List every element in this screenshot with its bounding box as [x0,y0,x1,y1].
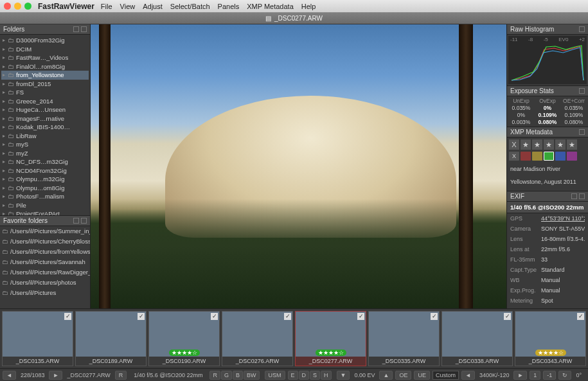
nav-prev-button[interactable]: ◄ [3,371,16,380]
check-icon[interactable]: ✓ [431,313,438,320]
folder-item[interactable]: ▸🗀from_Yellowstone [1,71,89,80]
folder-item[interactable]: ▸🗀fromDl_2015 [1,80,89,89]
filmstrip[interactable]: ✓_DSC0135.ARW✓_DSC0189.ARW✓★★★★☆_DSC0190… [0,308,588,368]
thumbnail[interactable]: ✓_DSC0335.ARW [368,311,440,366]
folder-item[interactable]: ▸🗀Kodak_IBIS-1400… [1,123,89,132]
wb-next-button[interactable]: ► [513,371,527,380]
folder-tree[interactable]: ▸🗀D3000From32Gig▸🗀DCIM▸🗀FastRaw…_Videos▸… [0,35,90,215]
thumbnail[interactable]: ✓_DSC0135.ARW [2,311,73,366]
check-icon[interactable]: ✓ [64,313,71,320]
label-red[interactable] [521,152,531,161]
folder-item[interactable]: ▸🗀Pile [1,201,89,210]
check-icon[interactable]: ✓ [577,313,584,320]
thumbnail[interactable]: ✓★★★★☆_DSC0343.ARW [515,311,586,366]
star-icon[interactable]: ★ [544,139,554,150]
folder-item[interactable]: ▸🗀ProjectForAPArt [1,209,89,215]
status-button[interactable]: E [288,371,298,380]
ev-down-button[interactable]: ▼ [337,371,350,380]
ev-up-button[interactable]: ▲ [379,371,393,380]
panel-control-icon[interactable] [81,218,87,224]
image-viewer[interactable] [91,24,506,308]
minimize-icon[interactable] [14,3,21,10]
thumbnail[interactable]: ✓★★★★☆_DSC0277.ARW [295,311,366,366]
label-clear[interactable]: X [509,152,519,161]
menu-selectbatch[interactable]: Select/Batch [170,3,210,10]
favorite-item[interactable]: 🗀/Users/il/Pictures [0,288,90,298]
check-icon[interactable]: ✓ [284,313,291,320]
status-button[interactable]: R [209,371,220,380]
check-icon[interactable]: ✓ [357,313,364,320]
wb-mode-select[interactable]: Custom [432,371,459,380]
label-purple[interactable] [567,152,577,161]
star-icon[interactable]: ★ [555,139,566,150]
status-button[interactable]: BW [244,371,260,380]
status-button[interactable]: D [299,371,310,380]
panel-control-icon[interactable] [81,26,87,32]
nav-next-button[interactable]: ► [49,371,62,380]
folder-item[interactable]: ▸🗀HugeCa…Unseen [1,105,89,114]
favorite-item[interactable]: 🗀/Users/il/Pictures/RawDigger_r… [0,267,90,278]
thumbnail[interactable]: ✓_DSC0338.ARW [441,311,513,366]
status-button[interactable]: H [321,371,332,380]
usm-button[interactable]: USM [265,371,285,380]
check-icon[interactable]: ✓ [211,313,218,320]
plus1-button[interactable]: 1 [530,371,540,380]
gear-icon[interactable] [571,193,577,199]
favorite-item[interactable]: 🗀/Users/il/Pictures/CherryBlosso… [0,236,90,247]
favorites-list[interactable]: 🗀/Users/il/Pictures/Summer_in_C…🗀/Users/… [0,226,90,298]
thumbnail[interactable]: ✓★★★★☆_DSC0190.ARW [148,311,220,366]
panel-control-icon[interactable] [579,129,585,135]
folder-item[interactable]: ▸🗀Olympu…m32Gig [1,175,89,184]
folder-item[interactable]: ▸🗀D3000From32Gig [1,36,89,45]
star-icon[interactable]: ★ [521,139,531,150]
folder-item[interactable]: ▸🗀NC_DFS…m32Gig [1,157,89,166]
menu-file[interactable]: File [101,3,112,10]
status-button[interactable]: G [221,371,232,380]
ue-button[interactable]: UE [414,371,430,380]
folder-item[interactable]: ▸🗀NCD04From32Gig [1,166,89,175]
status-button[interactable]: S [310,371,320,380]
folder-item[interactable]: ▸🗀Olympu…om8Gig [1,184,89,193]
folder-item[interactable]: ▸🗀myZ [1,149,89,158]
panel-control-icon[interactable] [73,218,79,224]
favorite-item[interactable]: 🗀/Users/il/Pictures/Summer_in_C… [0,226,90,236]
thumbnail[interactable]: ✓_DSC0189.ARW [75,311,147,366]
thumbnail[interactable]: ✓_DSC0276.ARW [222,311,293,366]
close-icon[interactable] [4,3,11,10]
maximize-icon[interactable] [24,3,31,10]
folder-item[interactable]: ▸🗀FastRaw…_Videos [1,53,89,62]
favorite-item[interactable]: 🗀/Users/il/Pictures/photos [0,278,90,288]
status-button[interactable]: B [233,371,243,380]
panel-control-icon[interactable] [579,193,585,199]
rotate-button[interactable]: ↻ [558,371,571,380]
xmp-caption-field[interactable]: Yellowstone, August 2011 [507,175,588,188]
favorite-item[interactable]: 🗀/Users/il/Pictures/Savannah [0,257,90,267]
xmp-title-field[interactable]: near Madison River [507,163,588,175]
check-icon[interactable]: ✓ [504,313,511,320]
folder-item[interactable]: ▸🗀FS [1,88,89,97]
menu-help[interactable]: Help [301,3,316,10]
panel-control-icon[interactable] [73,26,79,32]
folder-item[interactable]: ▸🗀PhotosF…malism [1,192,89,201]
menu-xmpmetadata[interactable]: XMP Metadata [247,3,294,10]
folder-item[interactable]: ▸🗀ImagesF…rnative [1,114,89,123]
menu-view[interactable]: View [120,3,136,10]
folder-item[interactable]: ▸🗀myS [1,140,89,149]
menu-panels[interactable]: Panels [218,3,240,10]
star-icon[interactable]: ★ [532,139,542,150]
raw-toggle[interactable]: R [115,371,127,380]
menu-adjust[interactable]: Adjust [143,3,163,10]
oe-button[interactable]: OE [395,371,411,380]
panel-control-icon[interactable] [579,88,585,94]
panel-control-icon[interactable] [579,26,585,32]
label-green[interactable] [544,152,554,161]
star-icon[interactable]: ★ [567,139,577,150]
label-blue[interactable] [555,152,566,161]
folder-item[interactable]: ▸🗀FinalOl…rom8Gig [1,62,89,71]
wb-prev-button[interactable]: ◄ [461,371,475,380]
folder-item[interactable]: ▸🗀DCIM [1,45,89,54]
rating-clear[interactable]: X [509,139,519,150]
folder-item[interactable]: ▸🗀LibRaw [1,132,89,141]
folder-item[interactable]: ▸🗀Greece_2014 [1,97,89,106]
minus1-button[interactable]: -1 [543,371,556,380]
